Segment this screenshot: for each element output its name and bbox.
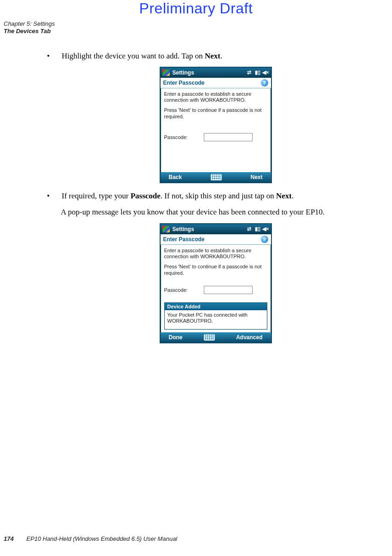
text-bold: Next (205, 52, 220, 60)
titlebar: Settings ⇄ ▮▯ ◀× (161, 68, 271, 78)
softkey-left[interactable]: Done (169, 334, 183, 341)
connectivity-icon: ⇄ (246, 70, 253, 76)
body-text-line: Enter a passcode to establish a secure c… (164, 91, 267, 104)
subheader-text: Enter Passcode (163, 80, 205, 86)
body-text-line: Press 'Next' to continue if a passcode i… (164, 264, 267, 277)
passcode-input[interactable] (204, 286, 253, 294)
keyboard-icon[interactable] (183, 334, 236, 341)
text-fragment: . (292, 191, 294, 200)
passcode-input[interactable] (204, 133, 253, 141)
body-text-line: Press 'Next' to continue if a passcode i… (164, 107, 267, 120)
passcode-label: Passcode: (164, 287, 204, 293)
passcode-row: Passcode: (164, 286, 267, 294)
page-content: • Highlight the device you want to add. … (46, 51, 385, 351)
screen-body: Enter a passcode to establish a secure c… (161, 88, 271, 172)
watermark-text: Preliminary Draft (0, 0, 392, 17)
text-fragment: Highlight the device you want to add. Ta… (62, 52, 205, 60)
signal-icon: ▮▯ (254, 70, 261, 76)
paragraph-text: A pop-up message lets you know that your… (61, 206, 385, 218)
screen-subheader: Enter Passcode ? (161, 78, 271, 88)
passcode-row: Passcode: (164, 133, 267, 141)
chapter-line: Chapter 5: Settings (4, 20, 55, 28)
bullet-item: • If required, type your Passcode. If no… (46, 191, 385, 202)
text-fragment: . (220, 52, 222, 60)
passcode-label: Passcode: (164, 134, 204, 140)
volume-icon: ◀× (263, 70, 269, 76)
titlebar: Settings ⇄ ▮▯ ◀× (161, 224, 271, 234)
chapter-header: Chapter 5: Settings The Devices Tab (4, 20, 55, 35)
bullet-marker: • (46, 51, 62, 62)
text-bold: Next (276, 191, 292, 200)
softkey-left[interactable]: Back (169, 174, 182, 180)
connectivity-icon: ⇄ (246, 226, 253, 232)
help-icon[interactable]: ? (261, 236, 268, 243)
figure-screenshot-1: Settings ⇄ ▮▯ ◀× Enter Passcode ? Enter … (46, 67, 385, 183)
subheader-text: Enter Passcode (163, 236, 205, 243)
bullet-text: If required, type your Passcode. If not,… (62, 191, 385, 202)
body-text-line: Enter a passcode to establish a secure c… (164, 248, 267, 261)
softkey-bar: Back Next (161, 172, 271, 182)
softkey-bar: Done Advanced (161, 332, 271, 342)
titlebar-text: Settings (173, 226, 194, 232)
help-icon[interactable]: ? (261, 79, 268, 87)
volume-icon: ◀× (263, 226, 269, 232)
bullet-item: • Highlight the device you want to add. … (46, 51, 385, 62)
manual-title: EP10 Hand-Held (Windows Embedded 6.5) Us… (26, 535, 177, 542)
start-flag-icon (162, 226, 170, 232)
keyboard-icon[interactable] (182, 174, 250, 180)
start-flag-icon (162, 70, 170, 76)
titlebar-text: Settings (173, 70, 194, 76)
device-added-popup: Device Added Your Pocket PC has connecte… (164, 302, 267, 330)
bullet-marker: • (46, 191, 62, 202)
softkey-right[interactable]: Next (250, 174, 262, 180)
bullet-text: Highlight the device you want to add. Ta… (62, 51, 385, 62)
screen-subheader: Enter Passcode ? (161, 234, 271, 245)
device-screenshot: Settings ⇄ ▮▯ ◀× Enter Passcode ? Enter … (160, 67, 272, 183)
screen-body: Enter a passcode to establish a secure c… (161, 245, 271, 333)
figure-screenshot-2: Settings ⇄ ▮▯ ◀× Enter Passcode ? Enter … (46, 223, 385, 344)
popup-title: Device Added (165, 303, 267, 310)
popup-body-text: Your Pocket PC has connected with WORKAB… (165, 310, 267, 330)
text-fragment: . If not, skip this step and just tap on (161, 191, 276, 200)
text-fragment: If required, type your (62, 191, 131, 200)
text-bold: Passcode (131, 191, 161, 200)
page-footer: 174 EP10 Hand-Held (Windows Embedded 6.5… (4, 535, 177, 542)
section-line: The Devices Tab (4, 28, 55, 35)
page-number: 174 (4, 535, 14, 542)
device-screenshot: Settings ⇄ ▮▯ ◀× Enter Passcode ? Enter … (160, 223, 272, 344)
signal-icon: ▮▯ (254, 226, 261, 232)
softkey-right[interactable]: Advanced (236, 334, 262, 341)
